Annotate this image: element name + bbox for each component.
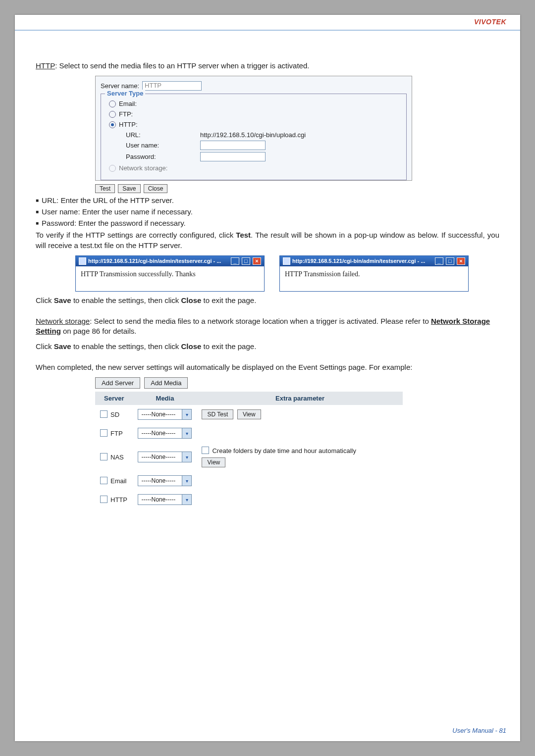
checkbox-nas[interactable] (100, 453, 107, 460)
popup-failed-body: HTTP Transmission failed. (280, 266, 468, 291)
table-row: FTP -----None-----▾ (95, 424, 403, 443)
close-icon[interactable]: × (253, 257, 261, 265)
row-label-sd: SD (110, 411, 119, 418)
popup-title-text: http://192.168.5.121/cgi-bin/admin/tests… (88, 258, 221, 264)
chevron-down-icon: ▾ (182, 495, 191, 504)
radio-ftp[interactable] (109, 111, 116, 118)
row-label-http: HTTP (110, 496, 127, 504)
email-label: Email: (119, 100, 137, 107)
ftp-label: FTP: (119, 110, 133, 118)
th-media: Media (133, 392, 197, 405)
http-intro-rest: : Select to send the media files to an H… (55, 61, 309, 70)
server-name-input[interactable]: HTTP (142, 81, 202, 91)
maximize-icon[interactable]: □ (242, 257, 250, 265)
server-name-label: Server name: (101, 82, 139, 90)
chevron-down-icon: ▾ (182, 409, 191, 419)
row-label-nas: NAS (110, 454, 124, 461)
checkbox-sd[interactable] (100, 410, 107, 418)
add-server-button[interactable]: Add Server (95, 377, 140, 389)
bullet-password: Password: Enter the password if necessar… (36, 219, 499, 227)
media-select-sd[interactable]: -----None-----▾ (138, 409, 192, 420)
media-select-http[interactable]: -----None-----▾ (138, 494, 192, 505)
view-button[interactable]: View (202, 457, 225, 467)
popup-success-body: HTTP Transmission successfully. Thanks (76, 266, 264, 291)
chevron-down-icon: ▾ (182, 428, 191, 438)
ie-icon (79, 257, 86, 265)
test-button[interactable]: Test (95, 184, 115, 193)
table-row: HTTP -----None-----▾ (95, 490, 403, 509)
chevron-down-icon: ▾ (182, 452, 191, 462)
close-button[interactable]: Close (144, 184, 168, 193)
checkbox-ftp[interactable] (100, 429, 107, 437)
save-close-para2: Click Save to enable the settings, then … (36, 342, 499, 352)
radio-network-storage[interactable] (109, 165, 116, 172)
table-row: SD -----None-----▾ SD Test View (95, 405, 403, 424)
checkbox-http[interactable] (100, 496, 107, 503)
verify-para: To verify if the HTTP settings are corre… (36, 230, 499, 251)
add-media-button[interactable]: Add Media (144, 377, 188, 389)
save-close-para1: Click Save to enable the settings, then … (36, 296, 499, 305)
nas-auto-label: Create folders by date time and hour aut… (212, 447, 356, 454)
media-select-email[interactable]: -----None-----▾ (138, 475, 192, 486)
popup-success: http://192.168.5.121/cgi-bin/admin/tests… (75, 255, 265, 292)
http-label: HTTP: (119, 121, 138, 128)
th-server: Server (95, 392, 133, 405)
minimize-icon[interactable]: _ (231, 257, 239, 265)
table-row: Email -----None-----▾ (95, 471, 403, 490)
th-extra: Extra parameter (197, 392, 403, 405)
bullet-username: User name: Enter the user name if necess… (36, 207, 499, 216)
popup-failed: http://192.168.5.121/cgi-bin/admin/tests… (279, 255, 469, 292)
username-input[interactable] (200, 141, 266, 150)
fieldset-legend: Server Type (105, 90, 145, 97)
server-form: Server name: HTTP Server Type Email: FTP… (95, 76, 412, 181)
media-select-ftp[interactable]: -----None-----▾ (138, 428, 192, 439)
table-row: NAS -----None-----▾ Create folders by da… (95, 443, 403, 471)
save-button[interactable]: Save (118, 184, 140, 193)
brand-logo: VIVOTEK (474, 18, 506, 26)
radio-http[interactable] (109, 121, 116, 128)
checkbox-email[interactable] (100, 477, 107, 484)
media-select-nas[interactable]: -----None-----▾ (138, 452, 192, 462)
checkbox-nas-auto[interactable] (202, 447, 209, 454)
view-button[interactable]: View (237, 409, 261, 419)
sd-test-button[interactable]: SD Test (202, 409, 233, 419)
network-storage-label: Network storage: (119, 164, 167, 172)
http-intro-prefix: HTTP (36, 61, 55, 70)
bullet-url: URL: Enter the URL of the HTTP server. (36, 196, 499, 204)
popup-title-text: http://192.168.5.121/cgi-bin/admin/tests… (292, 258, 425, 264)
chevron-down-icon: ▾ (182, 476, 191, 486)
completed-para: When completed, the new server settings … (36, 362, 499, 372)
password-label: Password: (126, 153, 180, 160)
row-label-email: Email (110, 477, 127, 485)
radio-email[interactable] (109, 101, 116, 107)
url-label: URL: (126, 131, 180, 139)
url-value[interactable]: http://192.168.5.10/cgi-bin/upload.cgi (200, 131, 306, 139)
http-intro: HTTP: Select to send the media files to … (36, 61, 499, 71)
close-icon[interactable]: × (457, 257, 465, 265)
password-input[interactable] (200, 152, 266, 161)
row-label-ftp: FTP (110, 430, 123, 437)
network-storage-para: Network storage: Select to send the medi… (36, 316, 499, 337)
ie-icon (283, 257, 290, 265)
event-settings-area: Add Server Add Media Server Media Extra … (95, 377, 499, 509)
username-label: User name: (126, 142, 180, 149)
page-footer: User's Manual - 81 (452, 727, 506, 734)
minimize-icon[interactable]: _ (435, 257, 443, 265)
maximize-icon[interactable]: □ (446, 257, 454, 265)
event-table: Server Media Extra parameter SD -----Non… (95, 392, 403, 509)
